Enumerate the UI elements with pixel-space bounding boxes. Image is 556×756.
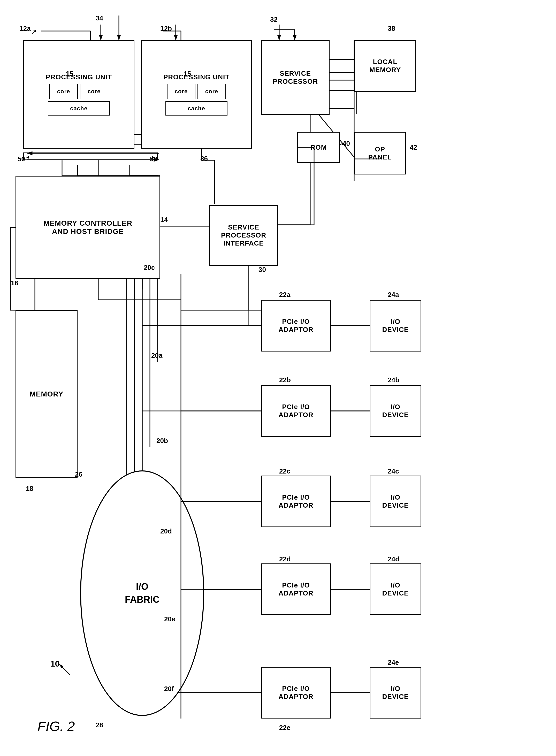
- memory-label: MEMORY: [30, 390, 64, 398]
- ref-20f: 20f: [164, 685, 174, 693]
- figure-label: FIG. 2: [37, 719, 75, 734]
- pcie-adaptor-22d-label: PCIe I/OADAPTOR: [278, 581, 313, 597]
- ref-20c: 20c: [144, 264, 155, 272]
- rom: ROM: [297, 132, 340, 163]
- ref-10-arrow: [52, 656, 83, 677]
- local-memory: LOCALMEMORY: [354, 40, 416, 92]
- ref-24e: 24e: [388, 658, 399, 667]
- svg-marker-1: [99, 35, 103, 40]
- memory: MEMORY: [15, 310, 77, 478]
- spi-label: SERVICEPROCESSORINTERFACE: [221, 223, 266, 247]
- svg-marker-90: [293, 35, 297, 40]
- diagram: PROCESSING UNIT core core cache 15 12a ↙…: [0, 0, 556, 756]
- svg-marker-3: [174, 35, 178, 40]
- svg-marker-53: [154, 158, 159, 161]
- io-device-24c: I/ODEVICE: [370, 475, 421, 527]
- ref-22d: 22d: [279, 555, 291, 563]
- processing-unit-b-label: PROCESSING UNIT: [163, 73, 230, 81]
- ref-42: 42: [410, 143, 417, 151]
- pcie-adaptor-22e: PCIe I/OADAPTOR: [261, 667, 331, 719]
- svg-marker-92: [117, 35, 121, 40]
- processing-unit-a: PROCESSING UNIT core core cache: [23, 40, 134, 149]
- spi: SERVICEPROCESSORINTERFACE: [209, 205, 278, 266]
- svg-marker-51: [27, 151, 32, 155]
- io-device-24b-label: I/ODEVICE: [382, 403, 409, 419]
- ref-36: 36: [200, 154, 208, 163]
- memory-controller: MEMORY CONTROLLERAND HOST BRIDGE: [15, 176, 160, 279]
- cache-b: cache: [166, 101, 228, 115]
- core-a1: core: [49, 84, 78, 99]
- op-panel: OPPANEL: [354, 132, 406, 175]
- ref-15b: 15: [183, 70, 191, 78]
- ref-15a: 15: [66, 70, 73, 78]
- ref-24d: 24d: [388, 555, 399, 563]
- ref-14: 14: [160, 216, 168, 224]
- ref-22e: 22e: [279, 724, 290, 732]
- rom-label: ROM: [310, 143, 327, 151]
- io-device-24c-label: I/ODEVICE: [382, 494, 409, 509]
- pcie-adaptor-22a-label: PCIe I/OADAPTOR: [278, 318, 313, 334]
- ref-24c: 24c: [388, 467, 399, 475]
- pcie-adaptor-22c: PCIe I/OADAPTOR: [261, 475, 331, 527]
- pcie-adaptor-22d: PCIe I/OADAPTOR: [261, 564, 331, 615]
- ref-20b: 20b: [157, 437, 168, 445]
- ref-26: 26: [75, 470, 82, 478]
- io-device-24d-label: I/ODEVICE: [382, 581, 409, 597]
- io-device-24e-label: I/ODEVICE: [382, 685, 409, 701]
- ref-38: 38: [388, 25, 395, 33]
- ref-32: 32: [270, 15, 278, 24]
- ref-18: 18: [26, 484, 33, 493]
- cache-a: cache: [48, 101, 110, 115]
- pcie-adaptor-22b-label: PCIe I/OADAPTOR: [278, 403, 313, 419]
- memory-controller-label: MEMORY CONTROLLERAND HOST BRIDGE: [43, 219, 132, 236]
- ref-20e: 20e: [164, 615, 175, 623]
- io-fabric: I/OFABRIC: [80, 470, 204, 716]
- pcie-adaptor-22c-label: PCIe I/OADAPTOR: [278, 494, 313, 509]
- svg-marker-5: [277, 35, 281, 40]
- io-device-24a-label: I/ODEVICE: [382, 318, 409, 334]
- op-panel-label: OPPANEL: [368, 145, 392, 161]
- processing-unit-a-label: PROCESSING UNIT: [46, 73, 112, 81]
- core-a2: core: [80, 84, 108, 99]
- ref-12a: 12a: [20, 25, 31, 33]
- pcie-adaptor-22e-label: PCIe I/OADAPTOR: [278, 685, 313, 701]
- ref-24a: 24a: [388, 291, 399, 299]
- local-memory-label: LOCALMEMORY: [369, 58, 401, 74]
- io-device-24e: I/ODEVICE: [370, 667, 421, 719]
- ref-22a: 22a: [279, 291, 290, 299]
- pcie-adaptor-22b: PCIe I/OADAPTOR: [261, 385, 331, 437]
- io-device-24d: I/ODEVICE: [370, 564, 421, 615]
- ref-16: 16: [11, 279, 19, 287]
- service-processor: SERVICEPROCESSOR: [261, 40, 329, 115]
- ref-20d: 20d: [160, 527, 172, 535]
- io-fabric-label: I/OFABRIC: [125, 580, 160, 606]
- ref-12b: 12b: [160, 25, 172, 33]
- bus-arrows: [22, 149, 167, 165]
- service-processor-label: SERVICEPROCESSOR: [273, 70, 318, 85]
- processing-unit-b: PROCESSING UNIT core core cache: [141, 40, 252, 149]
- ref-24b: 24b: [388, 376, 399, 384]
- io-device-24a: I/ODEVICE: [370, 300, 421, 352]
- ref-28: 28: [96, 721, 103, 729]
- ref-22c: 22c: [279, 467, 290, 475]
- pcie-adaptor-22a: PCIe I/OADAPTOR: [261, 300, 331, 352]
- core-b1: core: [167, 84, 196, 99]
- ref-34: 34: [96, 14, 103, 22]
- io-device-24b: I/ODEVICE: [370, 385, 421, 437]
- ref-30: 30: [258, 266, 266, 274]
- core-b2: core: [198, 84, 226, 99]
- ref-22b: 22b: [279, 376, 291, 384]
- ref-20a: 20a: [151, 352, 162, 360]
